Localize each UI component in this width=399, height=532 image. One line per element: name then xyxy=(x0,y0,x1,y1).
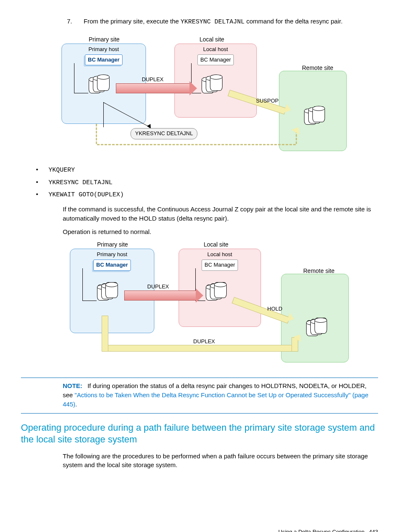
local-site-label: Local site xyxy=(200,35,224,44)
hold-label: HOLD xyxy=(267,305,282,313)
duplex-label: DUPLEX xyxy=(147,283,169,291)
normal-paragraph: Operation is returned to normal. xyxy=(63,227,378,236)
duplex-arrow-icon xyxy=(124,290,196,301)
cmd-ykquery: YKQUERY xyxy=(49,167,75,174)
note-link[interactable]: "Actions to be Taken When the Delta Resy… xyxy=(63,391,368,408)
command-list: YKQUERY YKRESYNC DELTAJNL YKEWAIT GOTO(D… xyxy=(33,165,378,200)
note-label: NOTE: xyxy=(63,382,82,389)
suspop-label: SUSPOP xyxy=(256,97,279,105)
bc-manager-primary: BC Manager xyxy=(85,54,123,66)
step-text: From the primary site, execute the YKRES… xyxy=(84,17,378,27)
duplex2-arrow-icon xyxy=(107,345,292,352)
bc-manager-primary: BC Manager xyxy=(93,260,131,271)
diagram-1: Primary site Local site Remote site Prim… xyxy=(49,35,350,157)
diagram-2: Primary site Local site Remote site Prim… xyxy=(49,240,350,366)
cmd-ykewait: YKEWAIT GOTO(DUPLEX) xyxy=(49,191,124,198)
section-heading: Operating procedure during a path failur… xyxy=(21,422,378,446)
step-7: 7. From the primary site, execute the YK… xyxy=(63,17,378,27)
divider xyxy=(21,413,378,414)
bc-manager-local: BC Manager xyxy=(197,54,234,66)
duplex-arrow-icon xyxy=(116,83,190,93)
note-block: NOTE: If during operation the status of … xyxy=(63,381,378,409)
cmd-ykresync: YKRESYNC DELTAJNL xyxy=(49,179,113,186)
ykresync-deltajnl-box: YKRESYNC DELTAJNL xyxy=(130,128,197,139)
divider xyxy=(21,378,378,378)
result-paragraph: If the command is successful, the Contin… xyxy=(63,205,378,223)
bc-manager-local: BC Manager xyxy=(202,260,238,271)
duplex-label: DUPLEX xyxy=(142,76,164,84)
primary-site-label: Primary site xyxy=(97,240,128,249)
step-number: 7. xyxy=(63,17,84,27)
page-footer: Using a Delta Resync Configuration 443 xyxy=(21,528,378,532)
dashed-arrow-icon xyxy=(97,144,296,145)
duplex2-label: DUPLEX xyxy=(193,338,215,346)
section-body: The following are the procedures to be p… xyxy=(63,452,378,470)
primary-site-label: Primary site xyxy=(89,35,120,44)
local-site-label: Local site xyxy=(204,240,228,249)
